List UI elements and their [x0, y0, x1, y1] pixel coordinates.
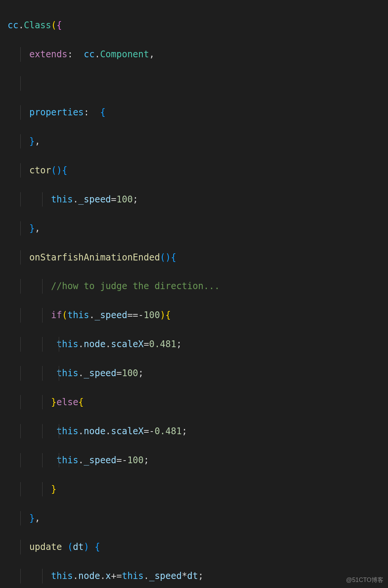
token-punct: : — [67, 49, 73, 60]
code-line[interactable]: //how to judge the direction... — [8, 279, 388, 294]
token-this: this — [57, 339, 78, 349]
token-op: = — [111, 194, 116, 205]
token-prop: node — [84, 339, 105, 349]
token-paren: ( — [51, 20, 57, 31]
token-prop: scaleX — [111, 339, 144, 349]
token-brace: { — [95, 542, 100, 552]
token-punct: . — [89, 310, 95, 320]
token-func: ctor — [29, 165, 51, 176]
token-paren: ) — [57, 165, 62, 176]
token-num: 0.481 — [149, 339, 176, 349]
token-type: Component — [100, 49, 149, 60]
token-punct: ; — [138, 368, 144, 378]
token-brace: { — [57, 20, 62, 31]
token-param: dt — [73, 542, 84, 552]
code-line[interactable]: this.node.scaleX=0.481; — [8, 337, 388, 352]
token-num: 100 — [144, 310, 160, 320]
token-punct: ; — [198, 571, 203, 581]
token-prop: _speed — [78, 194, 111, 205]
token-prop: x — [105, 571, 111, 581]
token-brace: { — [100, 107, 105, 118]
token-brace: { — [165, 310, 171, 320]
code-line[interactable]: ctor(){ — [8, 163, 388, 178]
code-line[interactable]: onStarfishAnimationEnded(){ — [8, 250, 388, 265]
token-punct: . — [78, 426, 84, 436]
token-op: += — [111, 571, 122, 581]
token-punct: . — [105, 339, 111, 349]
token-punct: . — [73, 194, 78, 205]
token-paren: ) — [84, 542, 89, 552]
token-comment: //how to judge the direction... — [51, 281, 220, 291]
token-paren: ( — [62, 310, 67, 320]
token-punct: , — [35, 136, 40, 147]
token-punct: . — [18, 20, 24, 31]
token-punct: : — [84, 107, 89, 118]
token-this: this — [122, 571, 144, 581]
token-brace: } — [29, 513, 35, 524]
token-brace: } — [51, 484, 57, 495]
token-func: update — [29, 542, 62, 552]
token-punct: . — [95, 49, 100, 60]
token-punct: . — [78, 455, 84, 466]
code-line[interactable]: }else{ — [8, 395, 388, 410]
token-type: Class — [24, 20, 51, 31]
token-prop: properties — [29, 107, 84, 118]
token-this: this — [51, 194, 73, 205]
code-line[interactable]: if(this._speed==-100){ — [8, 308, 388, 323]
token-var: cc — [8, 20, 18, 31]
token-var: dt — [187, 571, 198, 581]
token-brace: } — [51, 397, 57, 407]
token-num: 100 — [127, 455, 144, 466]
code-line[interactable]: this._speed=-100; — [8, 453, 388, 468]
token-brace: { — [78, 397, 84, 407]
code-line[interactable]: }, — [8, 511, 388, 526]
token-punct: ; — [176, 339, 182, 349]
code-line[interactable]: this._speed=100; — [8, 366, 388, 381]
token-punct: . — [100, 571, 105, 581]
token-this: this — [57, 426, 78, 436]
code-line[interactable]: }, — [8, 134, 388, 149]
token-punct: . — [73, 571, 78, 581]
watermark-text: @51CTO博客 — [346, 575, 383, 585]
token-prop: _speed — [95, 310, 127, 320]
token-prop: _speed — [84, 455, 116, 466]
token-keyword: if — [51, 310, 62, 320]
token-this: this — [51, 571, 73, 581]
token-prop: _speed — [149, 571, 182, 581]
token-brace: } — [29, 136, 35, 147]
token-paren: ) — [160, 310, 165, 320]
token-keyword: else — [57, 397, 78, 407]
token-this: this — [57, 455, 78, 466]
token-punct: , — [149, 49, 154, 60]
code-line[interactable]: extends: cc.Component, — [8, 47, 388, 62]
token-num: 100 — [122, 368, 138, 378]
code-line[interactable]: update (dt) { — [8, 540, 388, 554]
token-op: ==- — [127, 310, 144, 320]
token-op: =- — [144, 426, 154, 436]
token-keyword: extends — [29, 49, 67, 60]
token-punct: , — [35, 513, 40, 524]
token-paren: ( — [160, 252, 165, 263]
token-this: this — [67, 310, 89, 320]
token-op: = — [116, 368, 122, 378]
code-line[interactable]: this.node.scaleX=-0.481; — [8, 424, 388, 439]
code-line[interactable]: this.node.x+=this._speed*dt; — [8, 569, 388, 583]
token-prop: _speed — [84, 368, 116, 378]
token-prop: scaleX — [111, 426, 144, 436]
code-line[interactable]: } — [8, 482, 388, 497]
token-op: = — [144, 339, 149, 349]
token-punct: , — [35, 223, 40, 234]
code-editor[interactable]: cc.Class({ extends: cc.Component, proper… — [0, 0, 388, 588]
code-line[interactable]: properties: { — [8, 105, 388, 120]
token-brace: { — [171, 252, 176, 263]
token-punct: . — [78, 368, 84, 378]
token-num: 0.481 — [154, 426, 182, 436]
code-line[interactable]: }, — [8, 221, 388, 236]
token-punct: ; — [182, 426, 187, 436]
token-paren: ) — [165, 252, 171, 263]
code-line[interactable] — [8, 76, 388, 91]
token-punct: . — [144, 571, 149, 581]
token-punct: ; — [133, 194, 138, 205]
code-line[interactable]: cc.Class({ — [8, 18, 388, 33]
code-line[interactable]: this._speed=100; — [8, 192, 388, 207]
